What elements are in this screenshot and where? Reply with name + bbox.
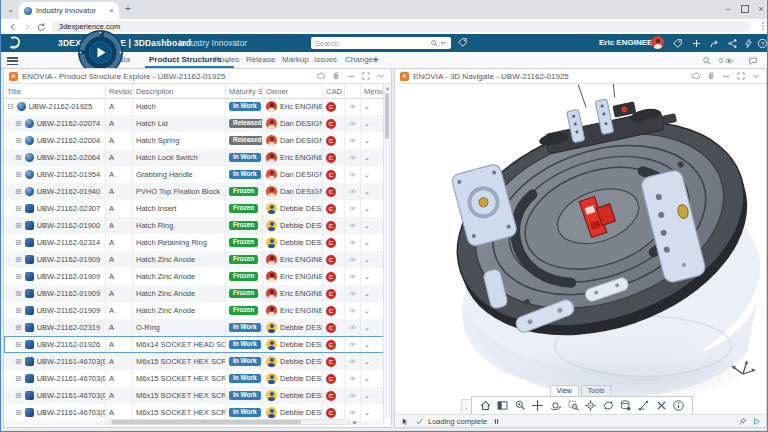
- search-icon[interactable]: [430, 39, 439, 48]
- browser-back-icon[interactable]: [7, 21, 18, 32]
- compass-tag-icon[interactable]: [671, 37, 683, 49]
- collapse-widget-icon[interactable]: [375, 71, 386, 82]
- chat-icon[interactable]: [747, 55, 759, 66]
- dashboard-tab-markup[interactable]: Markup: [282, 55, 309, 64]
- row-title[interactable]: UBW-21162-01940: [37, 187, 101, 196]
- visibility-eye-icon[interactable]: [348, 238, 357, 247]
- turntable-icon[interactable]: [601, 398, 616, 413]
- row-menu-chevron-icon[interactable]: ⌄: [364, 103, 370, 111]
- table-row[interactable]: ⊞UBW-21161-46703(Default) A M6x15 SOCKET…: [4, 370, 384, 387]
- row-menu-chevron-icon[interactable]: ⌄: [364, 256, 370, 264]
- visibility-eye-icon[interactable]: [348, 306, 357, 315]
- tree-toggle[interactable]: ⊞: [15, 255, 22, 264]
- pin-icon[interactable]: [737, 416, 747, 426]
- table-row[interactable]: ⊞UBW-21162-02074 A Hatch Lid Released Da…: [4, 115, 384, 132]
- measure-icon[interactable]: [636, 398, 651, 413]
- cad-file-icon[interactable]: C: [326, 238, 336, 248]
- tree-toggle[interactable]: ⊞: [15, 391, 22, 400]
- section-panel-icon[interactable]: [495, 398, 510, 413]
- horizontal-scrollbar-thumb[interactable]: [111, 420, 301, 424]
- table-row[interactable]: ⊞UBW-21162-02004 A Hatch Spring Released…: [4, 132, 384, 149]
- row-menu-chevron-icon[interactable]: ⌄: [364, 324, 370, 332]
- table-row[interactable]: ⊞UBW-21162-02064 A Hatch Lock Switch In …: [4, 149, 384, 166]
- row-title[interactable]: UBW-21162-01909: [37, 306, 101, 315]
- dashboard-tab-routes[interactable]: Routes: [214, 55, 239, 64]
- cad-file-icon[interactable]: C: [326, 357, 336, 367]
- tree-toggle[interactable]: ⊞: [15, 204, 22, 213]
- zoom-area-icon[interactable]: [566, 398, 581, 413]
- row-title[interactable]: UBW-21161-46703(Default): [37, 391, 106, 400]
- help-icon[interactable]: [756, 37, 768, 49]
- visibility-eye-icon[interactable]: [348, 102, 357, 111]
- vertical-scrollbar-thumb[interactable]: [385, 93, 389, 139]
- visibility-eye-icon[interactable]: [348, 255, 357, 264]
- visibility-eye-icon[interactable]: [348, 391, 357, 400]
- play-icon[interactable]: [751, 416, 761, 426]
- visibility-eye-icon[interactable]: [348, 323, 357, 332]
- right-panel-header[interactable]: A ENOVIA - 3D Navigate - UBW-21162-01925: [395, 69, 766, 84]
- tree-toggle[interactable]: ⊞: [15, 306, 22, 315]
- tree-toggle[interactable]: ⊞: [15, 289, 22, 298]
- cad-file-icon[interactable]: C: [326, 391, 336, 401]
- cad-file-icon[interactable]: C: [326, 306, 336, 316]
- row-title[interactable]: UBW-21161-46703(Default): [37, 357, 106, 366]
- tree-toggle[interactable]: ⊞: [15, 119, 22, 128]
- row-menu-chevron-icon[interactable]: ⌄: [364, 392, 370, 400]
- pause-icon[interactable]: [491, 416, 501, 426]
- row-menu-chevron-icon[interactable]: ⌄: [364, 273, 370, 281]
- new-tab-button[interactable]: +: [125, 4, 131, 14]
- row-title[interactable]: UBW-21162-01900: [37, 221, 101, 230]
- share-nodes-icon[interactable]: [726, 37, 738, 49]
- visibility-eye-icon[interactable]: [348, 153, 357, 162]
- row-menu-chevron-icon[interactable]: ⌄: [364, 154, 370, 162]
- tree-toggle[interactable]: ⊞: [15, 136, 22, 145]
- hamburger-menu-icon[interactable]: [7, 57, 18, 65]
- visibility-eye-icon[interactable]: [348, 119, 357, 128]
- viewer-tab-tools[interactable]: Tools: [581, 385, 611, 396]
- table-row[interactable]: ⊞UBW-21162-01909 A Hatch Zinc Anode Froz…: [4, 251, 384, 268]
- cad-file-icon[interactable]: C: [326, 323, 336, 333]
- cad-file-icon[interactable]: C: [326, 255, 336, 265]
- model-data-icon[interactable]: [618, 398, 633, 413]
- visibility-eye-icon[interactable]: [348, 136, 357, 145]
- cad-file-icon[interactable]: C: [326, 119, 336, 129]
- cloud-icon[interactable]: [690, 71, 701, 82]
- tree-toggle[interactable]: ⊞: [15, 357, 22, 366]
- row-title[interactable]: UBW-21162-02314: [37, 238, 101, 247]
- tree-toggle[interactable]: ⊟: [7, 102, 14, 111]
- tree-toggle[interactable]: ⊞: [15, 221, 22, 230]
- row-menu-chevron-icon[interactable]: ⌄: [364, 307, 370, 315]
- visibility-eye-icon[interactable]: [348, 408, 357, 417]
- row-menu-chevron-icon[interactable]: ⌄: [364, 409, 370, 417]
- table-row[interactable]: ⊞UBW-21162-01900 A Hatch Ring Frozen Deb…: [4, 217, 384, 234]
- row-menu-chevron-icon[interactable]: ⌄: [364, 120, 370, 128]
- tree-toggle[interactable]: ⊞: [15, 323, 22, 332]
- close-icon[interactable]: [654, 398, 669, 413]
- table-row[interactable]: ⊟UBW-21162-01925 A Hatch In Work Eric EN…: [4, 98, 384, 115]
- attach-icon[interactable]: [330, 71, 341, 82]
- row-title[interactable]: UBW-21161-46703(Default): [37, 408, 106, 417]
- row-title[interactable]: UBW-21162-01925: [29, 102, 93, 111]
- left-panel-header[interactable]: A ENOVIA - Product Structure Explore - U…: [4, 69, 391, 84]
- row-menu-chevron-icon[interactable]: ⌄: [364, 222, 370, 230]
- horizontal-scrollbar[interactable]: ︿▶: [108, 419, 350, 425]
- visibility-eye-icon[interactable]: [348, 170, 357, 179]
- viewer-tab-view[interactable]: View: [550, 385, 579, 396]
- global-search-input[interactable]: Search: [311, 37, 451, 49]
- cad-file-icon[interactable]: C: [326, 408, 336, 418]
- row-title[interactable]: UBW-21162-01909: [37, 272, 101, 281]
- table-row[interactable]: ⊞UBW-21162-02314 A Hatch Retaining Ring …: [4, 234, 384, 251]
- row-menu-chevron-icon[interactable]: ⌄: [364, 137, 370, 145]
- user-avatar[interactable]: [651, 36, 664, 49]
- visibility-eye-icon[interactable]: [348, 289, 357, 298]
- tab-list-caret-icon[interactable]: ⌄: [4, 3, 17, 16]
- table-row[interactable]: ⊞UBW-21162-01940 A PVHO Top Fixation Blo…: [4, 183, 384, 200]
- table-row[interactable]: ⊞UBW-21162-01909 A Hatch Zinc Anode Froz…: [4, 268, 384, 285]
- cad-file-icon[interactable]: C: [326, 340, 336, 350]
- row-menu-chevron-icon[interactable]: ⌄: [364, 341, 370, 349]
- center-target-icon[interactable]: [583, 398, 598, 413]
- 3d-viewport[interactable]: [395, 84, 766, 414]
- column-menu[interactable]: Menu: [361, 84, 384, 98]
- search-scope-chevron-icon[interactable]: [439, 39, 447, 47]
- table-row[interactable]: ⊞UBW-21162-02319 A O-Ring In Work Debbie…: [4, 319, 384, 336]
